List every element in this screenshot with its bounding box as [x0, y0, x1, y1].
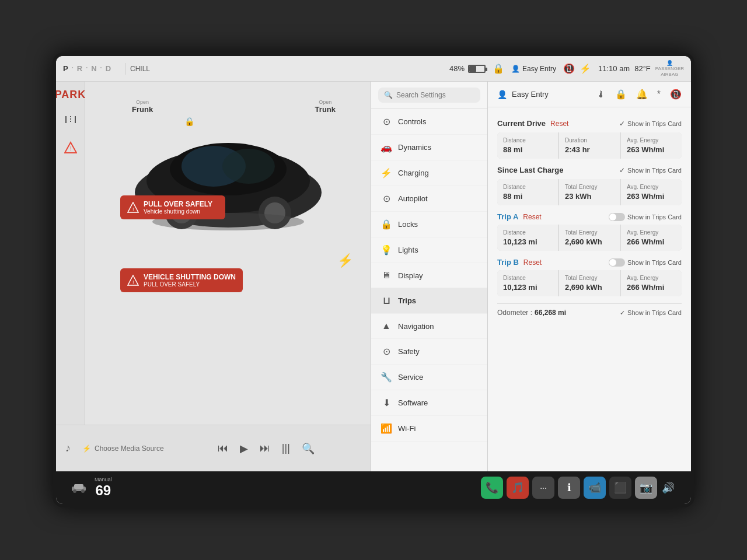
- menu-item-safety[interactable]: ⊙ Safety: [371, 339, 487, 365]
- display-label: Display: [398, 271, 423, 280]
- signal-header-icon[interactable]: 📵: [670, 89, 682, 100]
- prev-track-button[interactable]: ⏮: [218, 442, 228, 455]
- trip-a-toggle[interactable]: [609, 213, 625, 221]
- locks-label: Locks: [398, 220, 418, 229]
- lock-icon[interactable]: 🔒: [493, 63, 504, 74]
- odometer-value: 66,268 mi: [535, 309, 566, 317]
- trip-b-header: Trip B Reset Show in Trips Card: [497, 258, 682, 267]
- current-drive-reset-button[interactable]: Reset: [550, 120, 568, 128]
- prnd-n[interactable]: N: [91, 64, 96, 73]
- menu-item-software[interactable]: ⬇ Software: [371, 390, 487, 416]
- screen-taskbar-icon[interactable]: ⬛: [609, 477, 631, 499]
- stat-avg-energy-b: Avg. Energy 266 Wh/mi: [621, 270, 682, 296]
- volume-taskbar-icon[interactable]: 🔊: [657, 477, 679, 499]
- trips-icon: ⊔: [381, 295, 392, 306]
- odometer-show-trips[interactable]: ✓ Show in Trips Card: [620, 309, 682, 317]
- music-note-icon: ♪: [65, 442, 71, 454]
- menu-item-navigation[interactable]: ▲ Navigation: [371, 314, 487, 339]
- prnd-r[interactable]: R: [77, 64, 82, 73]
- stat-total-energy-a: Total Energy 2,690 kWh: [559, 225, 620, 251]
- trips-content: Current Drive Reset ✓ Show in Trips Card…: [488, 107, 691, 471]
- prnd-p[interactable]: P: [63, 64, 68, 73]
- settings-menu-list: ⊙ Controls 🚗 Dynamics ⚡ Charging ⊙ Autop…: [371, 109, 487, 471]
- menu-item-locks[interactable]: 🔒 Locks: [371, 212, 487, 237]
- play-button[interactable]: ▶: [240, 442, 248, 455]
- settings-menu-panel: 🔍 ⊙ Controls 🚗 Dynamics ⚡: [371, 82, 488, 471]
- taskbar-center: 📞 🎵 ··· ℹ 📹 ⬛ 📷: [481, 477, 657, 499]
- since-last-charge-header: Since Last Charge ✓ Show in Trips Card: [497, 166, 682, 174]
- trip-b-show-trips[interactable]: Show in Trips Card: [609, 258, 682, 267]
- shutting-down-alert: ! Vehicle shutting down PULL OVER SAFELY: [120, 268, 243, 292]
- easy-entry-label: Easy Entry: [522, 65, 556, 73]
- left-panel: PARK ! Open Frunk: [56, 82, 371, 471]
- temp-display-taskbar: Manual 69: [95, 477, 112, 499]
- profile-row[interactable]: 👤 Easy Entry: [497, 90, 549, 99]
- menu-item-controls[interactable]: ⊙ Controls: [371, 109, 487, 135]
- since-charge-stats: Distance 88 mi Total Energy 23 kWh Avg. …: [497, 179, 682, 205]
- trip-b-reset-button[interactable]: Reset: [523, 258, 542, 267]
- svg-point-22: [81, 489, 85, 493]
- media-source[interactable]: ⚡ Choose Media Source: [82, 444, 164, 453]
- sidebar-alert-icon[interactable]: !: [61, 138, 80, 157]
- current-drive-show-trips[interactable]: ✓ Show in Trips Card: [619, 120, 682, 128]
- menu-item-wifi[interactable]: 📶 Wi-Fi: [371, 416, 487, 442]
- search-input[interactable]: [396, 91, 474, 99]
- temp-display-top: 82°F: [634, 64, 651, 73]
- svg-text:!: !: [70, 146, 72, 152]
- menu-item-display[interactable]: 🖥 Display: [371, 263, 487, 288]
- stat-distance-a: Distance 10,123 mi: [497, 225, 558, 251]
- trip-a-reset-button[interactable]: Reset: [523, 213, 541, 221]
- bluetooth-header-icon[interactable]: *: [657, 89, 661, 100]
- search-icon: 🔍: [384, 91, 393, 99]
- since-last-charge-show-trips[interactable]: ✓ Show in Trips Card: [619, 166, 682, 174]
- odometer-show-label: Show in Trips Card: [627, 309, 682, 316]
- menu-item-dynamics[interactable]: 🚗 Dynamics: [371, 135, 487, 160]
- stat-total-energy-b: Total Energy 2,690 kWh: [559, 270, 620, 296]
- phone-taskbar-icon[interactable]: 📞: [481, 477, 503, 499]
- info-taskbar-icon[interactable]: ℹ: [558, 477, 580, 499]
- menu-item-trips[interactable]: ⊔ Trips: [371, 288, 487, 314]
- shutting-down-text: Vehicle shutting down PULL OVER SAFELY: [144, 273, 236, 288]
- time-temp-display: 11:10 am 82°F: [598, 64, 651, 73]
- lock-header-icon[interactable]: 🔒: [615, 89, 627, 100]
- search-bar: 🔍: [371, 82, 487, 109]
- video-taskbar-icon[interactable]: 📹: [584, 477, 606, 499]
- prnd-selector[interactable]: P · R · N · D: [63, 64, 111, 73]
- lights-icon: 💡: [381, 244, 392, 256]
- park-label: PARK: [56, 89, 86, 101]
- more-taskbar-icon[interactable]: ···: [532, 477, 554, 499]
- software-label: Software: [398, 398, 428, 407]
- car-taskbar-icon[interactable]: [68, 477, 90, 499]
- trip-b-toggle[interactable]: [609, 258, 625, 267]
- trip-b-stats: Distance 10,123 mi Total Energy 2,690 kW…: [497, 270, 682, 296]
- screen-bezel: P · R · N · D CHILL 48% 🔒 👤: [53, 52, 694, 508]
- search-media-button[interactable]: 🔍: [302, 442, 315, 455]
- menu-item-autopilot[interactable]: ⊙ Autopilot: [371, 186, 487, 212]
- menu-item-lights[interactable]: 💡 Lights: [371, 237, 487, 263]
- prnd-d[interactable]: D: [106, 64, 111, 73]
- current-drive-stats: Distance 88 mi Duration 2:43 hr Avg. Ene…: [497, 132, 682, 159]
- locks-icon: 🔒: [381, 219, 392, 230]
- equalizer-button[interactable]: |||: [282, 442, 290, 455]
- menu-item-charging[interactable]: ⚡ Charging: [371, 160, 487, 186]
- sidebar-lanes-icon[interactable]: [61, 110, 80, 129]
- search-input-wrapper[interactable]: 🔍: [378, 88, 480, 103]
- svg-point-21: [73, 489, 76, 493]
- navigation-label: Navigation: [398, 322, 434, 331]
- camera-taskbar-icon[interactable]: 📷: [635, 477, 657, 499]
- stat-avg-energy-since: Avg. Energy 263 Wh/mi: [621, 179, 682, 205]
- easy-entry-top[interactable]: 👤 Easy Entry: [511, 65, 556, 73]
- top-status-bar: P · R · N · D CHILL 48% 🔒 👤: [56, 56, 691, 82]
- music-taskbar-icon[interactable]: 🎵: [507, 477, 529, 499]
- climate-icon[interactable]: 🌡: [596, 89, 606, 100]
- trip-a-show-trips[interactable]: Show in Trips Card: [609, 213, 682, 221]
- trips-label: Trips: [398, 296, 416, 305]
- alert-triangle-icon: !: [127, 202, 139, 214]
- menu-item-service[interactable]: 🔧 Service: [371, 365, 487, 390]
- current-drive-checkmark: ✓: [619, 120, 625, 128]
- trip-a-title: Trip A: [497, 212, 518, 221]
- bell-icon[interactable]: 🔔: [636, 89, 648, 100]
- stat-avg-energy-current: Avg. Energy 263 Wh/mi: [621, 132, 682, 159]
- current-drive-title: Current Drive: [497, 119, 546, 128]
- next-track-button[interactable]: ⏭: [260, 442, 270, 455]
